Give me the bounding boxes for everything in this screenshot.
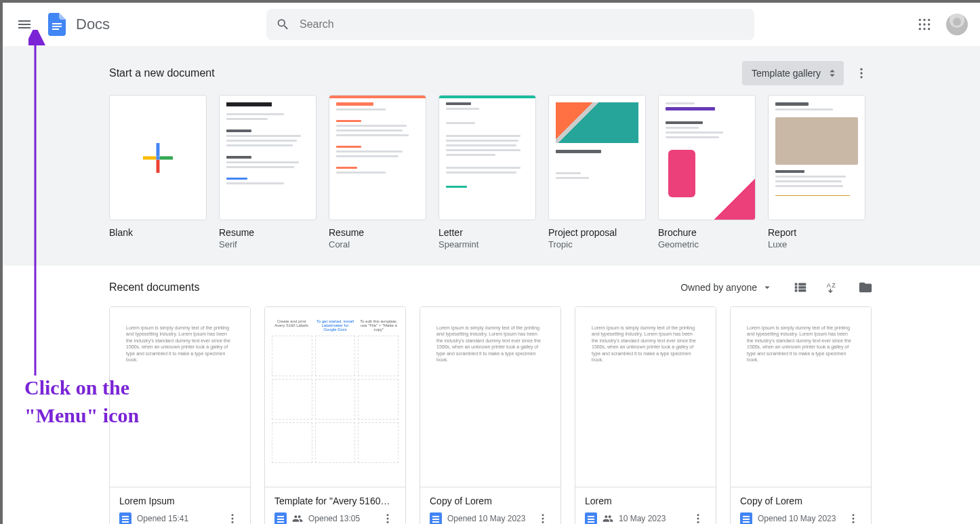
google-apps-button[interactable] (911, 11, 938, 38)
svg-point-11 (928, 28, 930, 30)
document-preview: Create and print Avery 5160 LabelsTo get… (265, 307, 405, 487)
svg-point-24 (387, 521, 389, 523)
svg-point-28 (697, 514, 699, 516)
more-vert-icon (537, 512, 549, 524)
more-vert-icon (226, 512, 239, 524)
list-view-icon (793, 280, 808, 295)
template-list: Blank Resume Serif Resume Coral Letter S… (109, 95, 874, 249)
templates-more-button[interactable] (849, 61, 874, 85)
recent-documents-grid: Lorem Ipsum is simply dummy text of the … (109, 306, 874, 524)
svg-point-33 (853, 521, 855, 523)
search-box[interactable] (266, 9, 754, 40)
template-resume-serif[interactable]: Resume Serif (219, 95, 317, 249)
svg-point-27 (542, 521, 544, 523)
svg-text:A: A (827, 282, 832, 289)
svg-point-7 (923, 23, 925, 25)
document-card[interactable]: Lorem Ipsum is simply dummy text of the … (730, 306, 872, 524)
svg-point-22 (387, 514, 389, 516)
template-resume-coral[interactable]: Resume Coral (329, 95, 426, 249)
template-label: Project proposal (548, 227, 646, 238)
template-label: Brochure (658, 227, 756, 238)
apps-grid-icon (918, 18, 931, 31)
svg-text:Z: Z (832, 282, 836, 289)
document-more-button[interactable] (380, 510, 396, 524)
template-subtitle: Serif (219, 239, 317, 249)
app-logo[interactable]: Docs (43, 11, 110, 38)
sort-button[interactable]: AZ (825, 279, 841, 296)
template-brochure-geometric[interactable]: Brochure Geometric (658, 95, 756, 249)
document-more-button[interactable] (845, 510, 861, 524)
template-subtitle: Tropic (548, 239, 646, 249)
svg-point-8 (928, 23, 930, 25)
template-subtitle: Geometric (658, 239, 756, 249)
document-preview: Lorem Ipsum is simply dummy text of the … (110, 307, 250, 487)
owner-filter-dropdown[interactable]: Owned by anyone (680, 281, 773, 294)
template-gallery-button[interactable]: Template gallery (742, 61, 844, 85)
templates-section-title: Start a new document (109, 67, 215, 79)
template-blank[interactable]: Blank (109, 95, 207, 249)
document-card[interactable]: Lorem Ipsum is simply dummy text of the … (420, 306, 561, 524)
plus-icon (110, 96, 206, 220)
account-avatar[interactable] (946, 14, 968, 35)
document-card[interactable]: Create and print Avery 5160 LabelsTo get… (264, 306, 406, 524)
svg-point-3 (919, 19, 921, 21)
sort-az-icon: AZ (825, 280, 840, 295)
svg-point-25 (542, 514, 544, 516)
svg-point-23 (387, 518, 389, 520)
document-card[interactable]: Lorem Ipsum is simply dummy text of the … (109, 306, 251, 524)
template-label: Letter (438, 227, 536, 238)
document-title: Copy of Lorem (740, 496, 861, 506)
search-input[interactable] (300, 18, 745, 31)
svg-point-5 (928, 19, 930, 21)
template-label: Resume (329, 227, 426, 238)
app-name: Docs (76, 16, 110, 33)
open-file-picker-button[interactable] (857, 279, 874, 296)
main-menu-button[interactable] (8, 8, 41, 41)
shared-icon (603, 513, 613, 524)
svg-point-12 (953, 18, 961, 26)
svg-point-30 (697, 521, 699, 523)
document-title: Template for "Avery 5160… (274, 496, 396, 506)
list-view-button[interactable] (792, 279, 809, 296)
docs-file-icon (585, 512, 597, 524)
svg-point-15 (860, 76, 862, 78)
document-preview: Lorem Ipsum is simply dummy text of the … (575, 307, 716, 487)
template-subtitle: Luxe (768, 239, 865, 249)
template-gallery-label: Template gallery (752, 68, 821, 79)
owner-filter-label: Owned by anyone (680, 282, 757, 293)
search-icon (276, 17, 290, 32)
more-vert-icon (847, 512, 859, 524)
folder-icon (858, 280, 873, 295)
svg-point-31 (853, 514, 855, 516)
document-card[interactable]: Lorem Ipsum is simply dummy text of the … (575, 306, 716, 524)
document-preview: Lorem Ipsum is simply dummy text of the … (731, 307, 871, 487)
template-label: Blank (109, 227, 207, 238)
svg-rect-1 (52, 26, 62, 27)
svg-point-10 (923, 28, 925, 30)
template-subtitle: Spearmint (438, 239, 536, 249)
svg-point-4 (923, 19, 925, 21)
dropdown-arrow-icon (761, 281, 773, 294)
document-preview: Lorem Ipsum is simply dummy text of the … (420, 307, 560, 487)
svg-point-29 (697, 518, 699, 520)
more-vert-icon (692, 512, 704, 524)
more-vert-icon (382, 512, 394, 524)
template-project-proposal-tropic[interactable]: Project proposal Tropic (548, 95, 646, 249)
svg-point-20 (232, 518, 234, 520)
svg-point-13 (860, 68, 862, 70)
template-report-luxe[interactable]: Report Luxe (768, 95, 865, 249)
document-date: Opened 13:05 (308, 514, 374, 523)
app-header: Docs (3, 3, 980, 46)
document-more-button[interactable] (224, 510, 241, 524)
hamburger-icon (16, 16, 33, 33)
svg-point-6 (919, 23, 921, 25)
template-label: Report (768, 227, 865, 238)
document-date: Opened 10 May 2023 (758, 514, 840, 523)
recent-documents-section: Recent documents Owned by anyone AZ Lore… (109, 279, 874, 524)
svg-rect-2 (52, 28, 59, 30)
template-letter-spearmint[interactable]: Letter Spearmint (438, 95, 536, 249)
header-right (911, 11, 975, 38)
document-more-button[interactable] (535, 510, 551, 524)
document-date: Opened 15:41 (137, 514, 219, 523)
document-more-button[interactable] (690, 510, 706, 524)
